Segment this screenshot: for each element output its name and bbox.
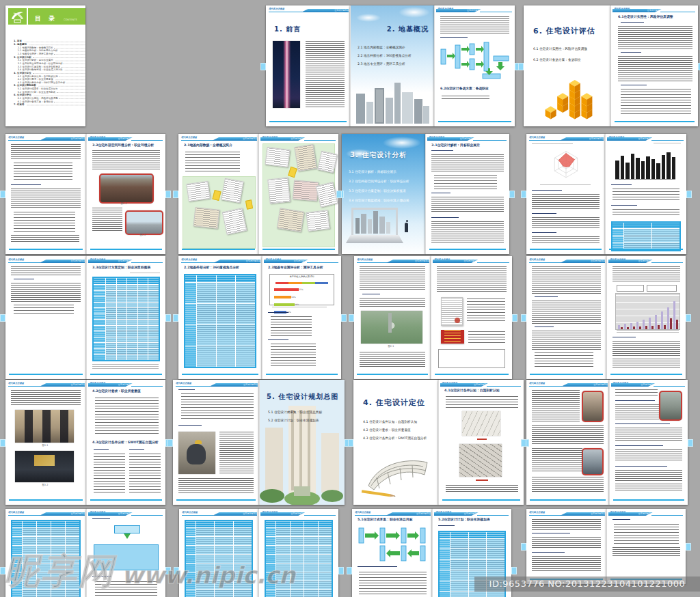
table-cell (106, 337, 116, 343)
header-bar: 住宅设计规划书 (560, 260, 605, 263)
table-cell (94, 337, 105, 343)
collage-photo-card (317, 151, 337, 173)
table-cell (624, 236, 651, 243)
esi-bar-row: 38% (274, 294, 329, 299)
table-cell (196, 537, 214, 545)
template-preview-canvas: 目 录 CONTENTS 1. 前言12. 地基概况32.1 地基内部数据：全楼… (0, 0, 700, 597)
cover-item: 6.1 住宅设计实用性：风险评估及调整 (533, 46, 587, 51)
edge-tick (511, 567, 517, 574)
table-cell (291, 528, 304, 536)
toc-list: 1. 前言12. 地基概况32.1 地基内部数据：全楼概况简介42.2 地基外部… (14, 40, 85, 106)
table-cell (94, 314, 105, 320)
red-seal-icon (455, 318, 460, 323)
bar-group (667, 294, 672, 329)
section-heading: 6.1住宅设计实用性：风险评估及调整 (618, 14, 673, 19)
table-cell (117, 308, 127, 314)
header-line (307, 262, 338, 263)
page-classroom-photos: 现代风生态楼盘住宅设计规划书 图3-1 图3-2 (5, 380, 86, 505)
certificate-card (441, 297, 463, 326)
table-cell (106, 303, 116, 308)
table-cell (624, 223, 651, 228)
table-cell (450, 549, 468, 559)
header-line (8, 515, 40, 516)
spread-closing: 现代风生态楼盘住宅设计规划书 现代风生态楼盘住宅设计规划书 (526, 509, 686, 584)
edge-tick (509, 191, 515, 198)
toc-title-band: 目 录 CONTENTS (28, 8, 85, 25)
table-cell (148, 331, 159, 337)
page-footer-line (176, 499, 256, 501)
header-bar-text: 住宅设计规划书 (62, 137, 85, 139)
header-bar: 住宅设计规划书 (88, 512, 133, 516)
header-line (8, 140, 40, 141)
cover-item: 2.2 地基外部分析：360度视角点分析 (358, 53, 412, 58)
edge-tick (518, 63, 524, 70)
header-bar: 住宅设计规划书 (209, 383, 258, 387)
toc-item-label: 7. 结束语 (14, 103, 24, 107)
image-id-bar: ID:9653776 NO:20131223104101221000 (474, 577, 700, 592)
table-cell (304, 546, 318, 554)
esi-bar (274, 296, 291, 298)
header-line (529, 386, 562, 387)
page-closing-a: 现代风生态楼盘住宅设计规划书 (526, 509, 606, 584)
table-cell (612, 236, 623, 243)
section-heading: 3.3住宅设计方案定制：职业决策权衡表 (92, 265, 150, 270)
histogram-bar (651, 159, 656, 179)
table-cell (304, 572, 318, 581)
table-cell (66, 537, 79, 545)
table-cell (236, 275, 255, 282)
esi-bar (274, 288, 299, 291)
spread-toc: 目 录 CONTENTS 1. 前言12. 地基概况32.1 地基内部数据：全楼… (5, 5, 85, 126)
risk-histogram-chart (615, 149, 675, 180)
table-cell (37, 521, 51, 527)
edge-tick (686, 191, 692, 198)
table-cell (94, 355, 105, 360)
table-cell (450, 532, 468, 538)
cover-item: 4.3 住宅设计条件分析：SWOT测证自我分析 (363, 436, 427, 441)
chapter3-title: 3. 住宅设计分析 (350, 150, 407, 160)
spread-ch1-ch2: 现代风生态楼盘住宅设计规划书 1. 前言 2. 地基概况 2.1 地基内部数据：… (266, 5, 515, 126)
table-cell (197, 304, 216, 324)
bar-group (673, 294, 678, 329)
table-cell (319, 564, 332, 572)
table-cell (127, 331, 137, 337)
yellow-tag (245, 199, 253, 209)
edge-tick (173, 314, 178, 322)
header-bar: 住宅设计规划书 (386, 260, 429, 263)
table-cell (138, 337, 148, 343)
header-bar: 住宅设计规划书 (213, 512, 257, 516)
table-cell (117, 343, 127, 348)
table-cell (127, 308, 137, 314)
header-brand-text: 现代风生态楼盘 (181, 136, 197, 139)
header-line (131, 140, 163, 141)
table-cell (37, 537, 51, 545)
table-cell (127, 285, 137, 290)
table-cell (186, 521, 196, 527)
table-cell (138, 331, 148, 337)
table-cell (106, 314, 116, 320)
header-bar-text: 住宅设计规划书 (62, 383, 85, 385)
bar-group (630, 294, 635, 329)
header-bar: 住宅设计规划书 (212, 137, 257, 141)
table-cell (291, 521, 304, 527)
table-cell (652, 223, 679, 228)
page-trend-text: 现代风生态楼盘住宅设计规划书 (526, 256, 606, 379)
header-bar-text: 住宅设计规划书 (286, 260, 308, 262)
table-cell (106, 291, 116, 296)
page-header-swoosh: 现代风生态楼盘住宅设计规划书 (87, 511, 165, 517)
header-bar-text: 住宅设计规划书 (637, 9, 662, 11)
comparison-table (611, 221, 681, 251)
page-header-swoosh: 现代风生态楼盘住宅设计规划书 (262, 258, 341, 264)
header-bar: 住宅设计规划书 (612, 9, 662, 12)
page-header-swoosh: 现代风生态楼盘住宅设计规划书 (5, 136, 86, 142)
histogram-bar (621, 156, 625, 179)
header-bar-text: 住宅设计规划书 (456, 512, 478, 514)
header-line (480, 12, 512, 12)
header-bar-text: 住宅设计规划书 (283, 512, 306, 514)
page-footer-line (530, 374, 604, 375)
header-bar: 住宅设计规划书 (440, 383, 488, 387)
hard-hat (195, 440, 202, 444)
page-footer-line (90, 499, 163, 501)
collage-photo-card (316, 182, 338, 207)
table-cell (94, 278, 105, 284)
table-cell (440, 539, 450, 549)
